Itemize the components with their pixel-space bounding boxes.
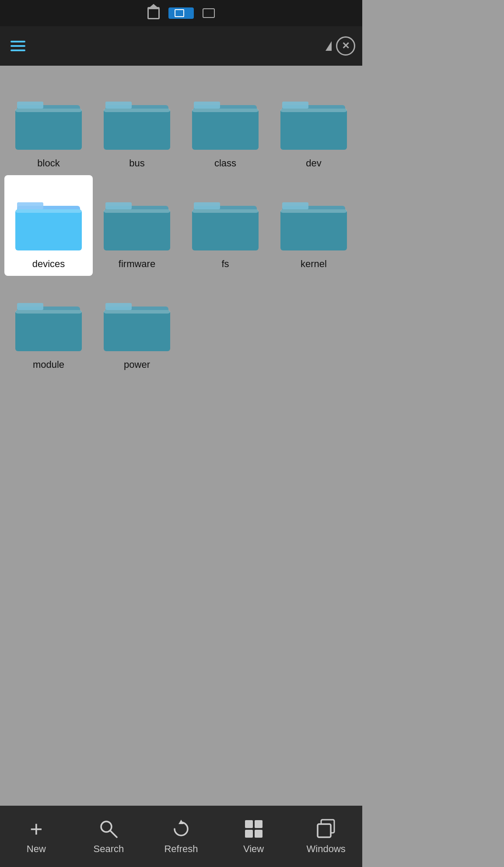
svg-rect-27	[192, 209, 259, 213]
folder-block[interactable]: block	[4, 74, 93, 175]
folder-fs[interactable]: fs	[181, 175, 270, 276]
svg-rect-17	[17, 202, 43, 209]
folder-firmware[interactable]: firmware	[93, 175, 181, 276]
folder-icon-fs	[190, 193, 260, 254]
svg-rect-30	[280, 209, 347, 250]
folder-devices[interactable]: devices	[4, 175, 93, 276]
nav-label-search: Search	[94, 843, 124, 855]
folder-icon-kernel	[279, 193, 349, 254]
nav-item-new[interactable]: +New	[0, 818, 73, 855]
tablet-icon[interactable]	[203, 8, 215, 18]
refresh-icon	[170, 818, 192, 840]
nav-label-refresh: Refresh	[164, 843, 198, 855]
svg-rect-39	[104, 310, 170, 314]
svg-rect-11	[192, 109, 259, 112]
folder-label-devices: devices	[32, 258, 65, 270]
svg-rect-22	[104, 209, 170, 250]
svg-rect-5	[105, 102, 132, 109]
folder-kernel[interactable]: kernel	[270, 175, 358, 276]
svg-rect-31	[280, 209, 347, 213]
svg-rect-7	[104, 109, 170, 112]
folder-label-block: block	[37, 158, 60, 169]
nav-item-view[interactable]: View	[217, 818, 290, 855]
folder-class[interactable]: class	[181, 74, 270, 175]
folder-icon-dev	[279, 92, 349, 153]
svg-rect-45	[245, 830, 253, 838]
folder-icon-module	[14, 293, 84, 355]
folder-icon-devices	[14, 193, 84, 254]
svg-rect-37	[105, 303, 132, 310]
svg-rect-21	[105, 202, 132, 209]
nav-label-windows: Windows	[307, 843, 346, 855]
folder-icon-firmware	[102, 193, 172, 254]
folder-label-fs: fs	[221, 258, 229, 270]
folder-label-bus: bus	[129, 158, 144, 169]
svg-rect-15	[280, 109, 347, 112]
plus-icon: +	[25, 818, 47, 840]
svg-rect-43	[245, 820, 253, 828]
folder-power[interactable]: power	[93, 276, 181, 377]
folder-icon-power	[102, 293, 172, 355]
folder-icon-bus	[102, 92, 172, 153]
folder-label-module: module	[33, 359, 64, 370]
folder-module[interactable]: module	[4, 276, 93, 377]
svg-rect-46	[255, 830, 262, 838]
svg-line-41	[110, 831, 117, 837]
folder-dev[interactable]: dev	[270, 74, 358, 175]
signal-icon	[326, 41, 332, 51]
svg-rect-6	[104, 109, 170, 150]
toolbar: ✕	[0, 26, 362, 66]
bottom-nav: +New Search Refresh View Windows	[0, 806, 362, 867]
grid-icon	[243, 818, 265, 840]
svg-rect-25	[194, 202, 220, 209]
svg-rect-3	[15, 109, 82, 112]
nav-item-refresh[interactable]: Refresh	[145, 818, 217, 855]
svg-rect-35	[15, 310, 82, 314]
home-icon[interactable]	[147, 7, 160, 19]
svg-rect-29	[282, 202, 308, 209]
svg-rect-14	[280, 109, 347, 150]
search-icon	[98, 818, 119, 840]
svg-rect-19	[15, 209, 82, 213]
svg-rect-2	[15, 109, 82, 150]
svg-rect-10	[192, 109, 259, 150]
svg-rect-18	[15, 209, 82, 250]
folder-icon-class	[190, 92, 260, 153]
close-button[interactable]: ✕	[336, 36, 355, 56]
file-grid: block bus class dev	[0, 66, 362, 806]
svg-rect-23	[104, 209, 170, 213]
svg-rect-33	[17, 303, 43, 310]
local-tab[interactable]	[168, 7, 194, 19]
svg-rect-34	[15, 310, 82, 351]
nav-label-new: New	[27, 843, 46, 855]
folder-label-class: class	[214, 158, 236, 169]
svg-rect-38	[104, 310, 170, 351]
nav-label-view: View	[243, 843, 264, 855]
nav-item-search[interactable]: Search	[73, 818, 145, 855]
menu-button[interactable]	[7, 37, 29, 55]
svg-rect-1	[17, 102, 43, 109]
svg-rect-44	[255, 820, 262, 828]
folder-bus[interactable]: bus	[93, 74, 181, 175]
svg-rect-26	[192, 209, 259, 250]
nav-item-windows[interactable]: Windows	[290, 818, 362, 855]
windows-icon	[315, 818, 337, 840]
folder-label-firmware: firmware	[119, 258, 155, 270]
folder-label-power: power	[124, 359, 150, 370]
local-icon	[175, 9, 184, 17]
svg-rect-9	[194, 102, 220, 109]
folder-label-dev: dev	[306, 158, 321, 169]
status-bar	[0, 0, 362, 26]
folder-label-kernel: kernel	[301, 258, 327, 270]
svg-rect-13	[282, 102, 308, 109]
folder-icon-block	[14, 92, 84, 153]
svg-rect-48	[318, 824, 331, 837]
